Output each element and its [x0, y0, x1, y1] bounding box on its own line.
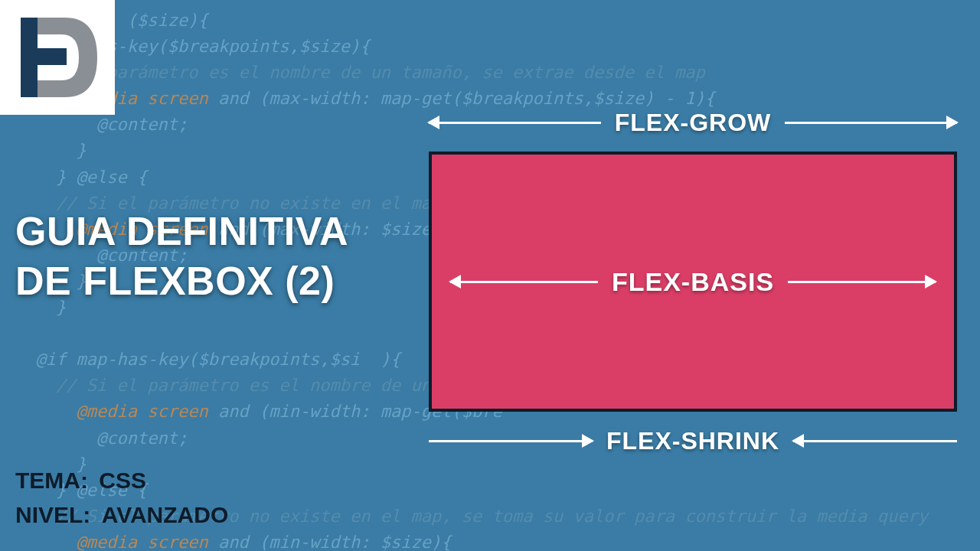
- arrow-left-out-icon: [429, 122, 601, 124]
- tema-label: TEMA:: [15, 463, 88, 497]
- arrow-right-basis-icon: [788, 281, 936, 283]
- flex-shrink-row: FLEX-SHRINK: [429, 418, 957, 464]
- arrow-right-out-icon: [785, 122, 957, 124]
- meta-block: TEMA: CSS NIVEL: AVANZADO: [15, 463, 228, 532]
- flex-basis-label: FLEX-BASIS: [612, 267, 774, 297]
- main-title: GUIA DEFINITIVA DE FLEXBOX (2): [15, 207, 348, 306]
- logo: [0, 0, 115, 115]
- tema-value: CSS: [99, 468, 146, 493]
- title-line-1: GUIA DEFINITIVA: [15, 207, 348, 256]
- logo-icon: [11, 11, 103, 103]
- arrow-left-basis-icon: [450, 281, 598, 283]
- flex-basis-box: FLEX-BASIS: [429, 152, 957, 412]
- flex-grow-label: FLEX-GROW: [615, 109, 772, 137]
- arrow-right-in-icon: [429, 440, 593, 442]
- nivel-label: NIVEL:: [15, 497, 90, 532]
- svg-rect-1: [21, 48, 67, 65]
- flex-grow-row: FLEX-GROW: [429, 99, 957, 145]
- nivel-value: AVANZADO: [102, 502, 229, 527]
- flex-shrink-label: FLEX-SHRINK: [606, 427, 779, 455]
- flex-diagram: FLEX-GROW FLEX-BASIS FLEX-SHRINK: [429, 99, 957, 464]
- title-line-2: DE FLEXBOX (2): [15, 256, 348, 306]
- arrow-left-in-icon: [793, 440, 957, 442]
